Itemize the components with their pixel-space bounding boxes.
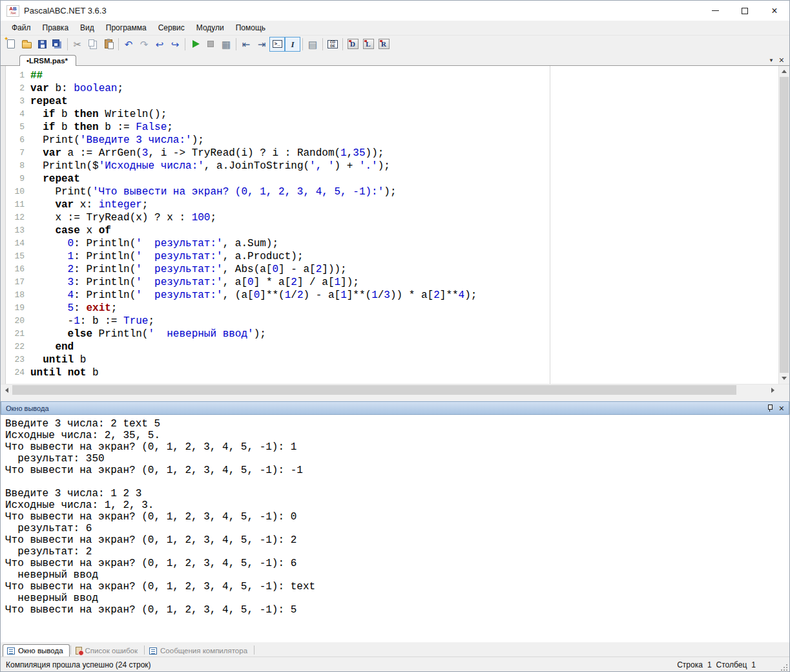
menu-item-3[interactable]: Вид [74,21,100,35]
scroll-down-arrow[interactable] [779,373,789,384]
menu-item-2[interactable]: Правка [37,21,75,35]
cut-button[interactable]: ✂ [70,36,85,52]
save-all-button[interactable] [50,36,65,52]
redo-button[interactable]: ↷ [136,36,152,52]
input-window-toggle[interactable]: I [285,37,300,52]
console-line: результат: 6 [5,523,789,534]
new-file-button[interactable] [3,36,19,52]
scroll-left-arrow[interactable] [1,384,12,395]
console-line: Исходные числа: 2, 35, 5. [5,430,789,441]
menu-item-1[interactable]: Файл [6,21,37,35]
code-line: else Println(' неверный ввод'); [30,328,778,341]
horizontal-scroll-track[interactable] [12,384,767,395]
grid-window-button[interactable]: ▦ [218,36,234,52]
bottom-tab-1[interactable]: Окно вывода [3,644,70,656]
line-number: 18 [6,289,30,302]
grid-window-button-icon: ▦ [222,39,231,49]
document-tab[interactable]: •LRSM.pas* [19,55,76,66]
open-file-button[interactable] [19,36,34,52]
right-margin-line [550,66,550,384]
output-console[interactable]: Введите 3 числа: 2 text 5Исходные числа:… [1,415,789,642]
code-line: Print('Введите 3 числа:'); [30,134,778,147]
maximize-button[interactable] [730,1,760,21]
run-button[interactable] [187,36,203,52]
editor-horizontal-scrollbar[interactable] [1,384,789,395]
output-header-controls: × [767,404,784,412]
pt-demo-button[interactable]: D [345,36,360,52]
caret-position: Строка 1 Столбец 1 [677,660,756,669]
line-number: 21 [6,328,30,341]
app-icon-net: .Net [10,12,16,15]
menu-item-4[interactable]: Программа [100,21,152,35]
output-close-icon[interactable]: × [779,404,784,412]
line-number: 23 [6,353,30,366]
pascalabc-window: AB .Net PascalABC.NET 3.6.3 × ФайлПравка… [0,0,790,672]
pt-res-button[interactable]: R [376,36,391,52]
unindent-button[interactable]: ⇤ [238,36,254,52]
pin-icon[interactable] [767,404,773,412]
line-number: 9 [6,173,30,185]
code-line: -1: b := True; [30,315,778,328]
panel-splitter[interactable] [1,395,789,401]
copy-button[interactable] [85,36,101,52]
pt-load-button[interactable]: L [360,36,376,52]
menu-item-5[interactable]: Сервис [152,21,191,35]
output-panel-header[interactable]: Окно вывода × [1,401,789,415]
stop-button[interactable] [203,36,218,52]
editor-vertical-scrollbar[interactable] [778,66,789,384]
code-line: Print('Что вывести на экран? (0, 1, 2, 3… [30,185,778,198]
code-editor[interactable]: 123456789101112131415161718192021222324 … [1,66,789,384]
tabbar-controls: ▼ × [769,57,789,65]
format-code-button[interactable]: ▤ [305,36,320,52]
code-line: if b then Writeln(); [30,108,778,121]
code-line: var a := ArrGen(3, i -> TryRead(i) ? i :… [30,147,778,160]
next-position-button[interactable]: ↪ [167,36,183,52]
scroll-up-arrow[interactable] [779,66,789,77]
bottom-tab-3[interactable]: Сообщения компилятора [145,645,253,656]
prev-position-button[interactable]: ↩ [152,36,167,52]
status-bar: Компиляция прошла успешно (24 строк) Стр… [1,656,789,672]
breakpoint-margin [1,66,6,384]
code-line: until not b [30,366,778,379]
line-number: 11 [6,198,30,211]
code-templates-button[interactable]: CODE [325,36,340,52]
minimize-button[interactable] [700,1,730,21]
bottom-tab-label: Список ошибок [85,647,138,655]
toolbar-separator [302,38,303,50]
bottom-tab-label: Сообщения компилятора [160,647,247,655]
code-line: if b then b := False; [30,121,778,134]
code-line: var x: integer; [30,198,778,211]
window-title: PascalABC.NET 3.6.3 [24,6,107,16]
save-file-button[interactable] [34,36,50,52]
output-window-toggle[interactable]: >_ [269,37,285,52]
code-area[interactable]: ##var b: boolean;repeat if b then Writel… [30,66,778,384]
line-label: Строка [677,660,703,669]
line-number: 19 [6,302,30,315]
code-line: 0: Println(' результат:', a.Sum); [30,237,778,250]
tab-close-icon[interactable]: × [779,57,784,63]
undo-button[interactable]: ↶ [121,36,136,52]
vertical-scroll-thumb[interactable] [780,77,789,373]
close-button[interactable]: × [760,1,789,21]
code-line: repeat [30,95,778,108]
new-file-button-icon [7,39,15,48]
console-line: Введите 3 числа: 2 text 5 [5,418,789,430]
code-line: case x of [30,224,778,237]
bottom-tab-2[interactable]: Список ошибок [72,645,144,656]
menu-item-7[interactable]: Помощь [230,21,271,35]
resize-grip[interactable] [781,664,787,671]
line-number: 17 [6,276,30,289]
menu-item-6[interactable]: Модули [191,21,230,35]
scroll-right-arrow[interactable] [767,384,778,395]
code-line: 1: Println(' результат:', a.Product); [30,250,778,263]
code-line: 4: Println(' результат:', (a[0]**(1/2) -… [30,289,778,302]
tab-list-dropdown-icon[interactable]: ▼ [769,58,774,63]
indent-button[interactable]: ⇥ [254,36,269,52]
paste-button[interactable] [101,36,116,52]
app-icon: AB .Net [6,5,19,17]
horizontal-scroll-thumb[interactable] [12,385,736,395]
code-line: 2: Println(' результат:', Abs(a[0] - a[2… [30,263,778,276]
line-value: 1 [707,660,712,669]
console-line: неверный ввод [5,569,789,581]
code-templates-button-icon: CODE [327,40,338,48]
